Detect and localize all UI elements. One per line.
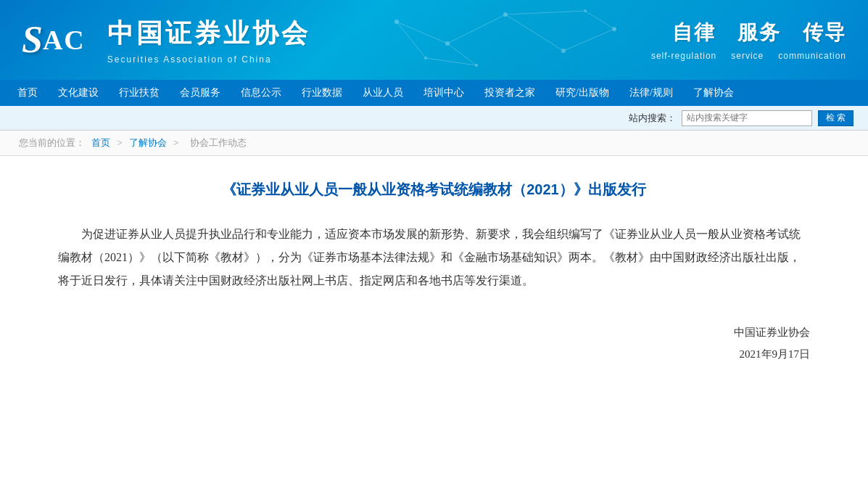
nav-member[interactable]: 会员服务 [170, 80, 231, 106]
sac-logo: S AC [22, 21, 86, 59]
nav-data[interactable]: 行业数据 [292, 80, 352, 106]
search-input[interactable] [682, 110, 812, 126]
svg-line-14 [397, 22, 426, 58]
header-motto: 自律 服务 传导 self-regulation service communi… [651, 19, 846, 61]
article-title: 《证券业从业人员一般从业资格考试统编教材（2021）》出版发行 [58, 178, 810, 201]
page-header: S AC 中国证券业协会 Securities Association of C… [0, 0, 868, 80]
breadcrumb-parent[interactable]: 了解协会 [129, 137, 167, 148]
logo-ac: AC [43, 26, 86, 54]
search-label: 站内搜索： [629, 112, 676, 125]
logo-s: S [22, 21, 43, 59]
header-title: 中国证券业协会 Securities Association of China [107, 16, 310, 65]
motto-cn-2: 服务 [737, 19, 781, 46]
nav-home[interactable]: 首页 [7, 80, 48, 106]
motto-en-3: communication [778, 51, 846, 61]
main-content: 《证券业从业人员一般从业资格考试统编教材（2021）》出版发行 为促进证券从业人… [0, 156, 868, 446]
svg-line-8 [397, 22, 447, 44]
org-name-cn: 中国证券业协会 [107, 16, 310, 52]
motto-en-2: service [731, 51, 764, 61]
article-footer: 中国证券业协会 2021年9月17日 [58, 321, 810, 365]
svg-line-9 [447, 15, 505, 44]
search-bar: 站内搜索： 检 索 [0, 106, 868, 131]
main-nav: 首页 文化建设 行业扶贫 会员服务 信息公示 行业数据 从业人员 培训中心 投资… [0, 80, 868, 106]
search-button[interactable]: 检 索 [818, 110, 853, 126]
nav-research[interactable]: 研究/出版物 [545, 80, 619, 106]
svg-line-15 [505, 11, 585, 15]
breadcrumb-sep-2: > [173, 137, 178, 148]
motto-cn-1: 自律 [672, 19, 716, 46]
nav-staff[interactable]: 从业人员 [352, 80, 413, 106]
footer-org: 中国证券业协会 [58, 321, 810, 343]
svg-line-16 [585, 11, 614, 29]
motto-en: self-regulation service communication [651, 51, 846, 61]
nav-law[interactable]: 法律/规则 [619, 80, 683, 106]
motto-cn-3: 传导 [803, 19, 846, 46]
breadcrumb-sep-1: > [117, 137, 123, 148]
nav-info[interactable]: 信息公示 [231, 80, 292, 106]
breadcrumb: 您当前的位置： 首页 > 了解协会 > 协会工作动态 [0, 131, 868, 156]
svg-line-10 [505, 15, 563, 51]
nav-investor[interactable]: 投资者之家 [474, 80, 545, 106]
footer-date: 2021年9月17日 [58, 343, 810, 365]
breadcrumb-current: 协会工作动态 [190, 137, 247, 148]
header-logo-area: S AC 中国证券业协会 Securities Association of C… [22, 16, 310, 65]
nav-about[interactable]: 了解协会 [683, 80, 744, 106]
svg-line-11 [563, 29, 614, 51]
motto-cn: 自律 服务 传导 [672, 19, 846, 46]
svg-line-13 [426, 58, 476, 65]
breadcrumb-prefix: 您当前的位置： [19, 137, 85, 148]
motto-en-1: self-regulation [651, 51, 716, 61]
article-body: 为促进证券从业人员提升执业品行和专业能力，适应资本市场发展的新形势、新要求，我会… [58, 223, 810, 292]
breadcrumb-home[interactable]: 首页 [91, 137, 110, 148]
nav-training[interactable]: 培训中心 [413, 80, 474, 106]
org-name-en: Securities Association of China [107, 54, 310, 65]
nav-poverty[interactable]: 行业扶贫 [109, 80, 170, 106]
nav-culture[interactable]: 文化建设 [48, 80, 109, 106]
